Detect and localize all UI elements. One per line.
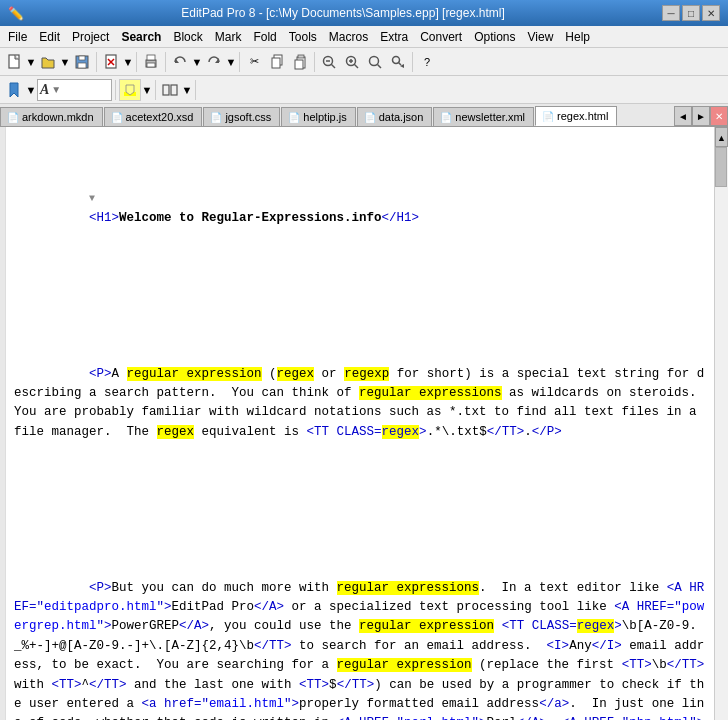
undo-btn[interactable] xyxy=(169,51,191,73)
code-line-3: <P>But you can do much more with regular… xyxy=(14,559,706,720)
tab-icon: 📄 xyxy=(111,112,123,123)
svg-line-25 xyxy=(378,64,382,68)
undo-dd-btn[interactable]: ▼ xyxy=(192,51,202,73)
svg-rect-13 xyxy=(272,58,280,68)
svg-rect-8 xyxy=(147,55,155,60)
color-btn[interactable]: ▼ xyxy=(142,79,152,101)
menu-macros[interactable]: Macros xyxy=(323,28,374,46)
code-line-2: <P>A regular expression (regex or regexp… xyxy=(14,345,706,461)
close-dd-btn[interactable]: ▼ xyxy=(123,51,133,73)
svg-rect-31 xyxy=(171,85,177,95)
menu-block[interactable]: Block xyxy=(167,28,208,46)
redo-btn[interactable] xyxy=(203,51,225,73)
tab-label: arkdown.mkdn xyxy=(22,111,94,123)
code-line-1: ▼ <H1>Welcome to Regular-Expressions.inf… xyxy=(14,170,706,248)
tab-label: helptip.js xyxy=(303,111,346,123)
tab-icon: 📄 xyxy=(364,112,376,123)
svg-rect-2 xyxy=(79,56,85,60)
svg-rect-9 xyxy=(147,63,155,67)
zoom-in-btn[interactable] xyxy=(341,51,363,73)
tab-label: regex.html xyxy=(557,110,608,122)
menu-view[interactable]: View xyxy=(522,28,560,46)
zoom-out-btn[interactable] xyxy=(318,51,340,73)
editor-wrapper: ▼ <H1>Welcome to Regular-Expressions.inf… xyxy=(0,127,728,720)
toolbar-1: ▼ ▼ ▼ ▼ ▼ ✂ ? xyxy=(0,48,728,76)
tab-helptip[interactable]: 📄 helptip.js xyxy=(281,107,355,126)
svg-line-21 xyxy=(354,64,358,68)
save-btn[interactable] xyxy=(71,51,93,73)
highlight-btn[interactable] xyxy=(119,79,141,101)
tab-label: newsletter.xml xyxy=(455,111,525,123)
cut-btn[interactable]: ✂ xyxy=(243,51,265,73)
paste-btn[interactable] xyxy=(289,51,311,73)
menu-help[interactable]: Help xyxy=(559,28,596,46)
tab-newsletter[interactable]: 📄 newsletter.xml xyxy=(433,107,534,126)
copy-btn[interactable] xyxy=(266,51,288,73)
tab-acetext[interactable]: 📄 acetext20.xsd xyxy=(104,107,203,126)
title-bar: ✏️ EditPad Pro 8 - [c:\My Documents\Samp… xyxy=(0,0,728,26)
code-line-blank1 xyxy=(14,287,706,306)
print-btn[interactable] xyxy=(140,51,162,73)
bookmarks-dd-btn[interactable]: ▼ xyxy=(26,79,36,101)
editor-scrollbar[interactable]: ▲ ▼ xyxy=(714,127,728,720)
redo-dd-btn[interactable]: ▼ xyxy=(226,51,236,73)
tab-bar: 📄 arkdown.mkdn 📄 acetext20.xsd 📄 jgsoft.… xyxy=(0,104,728,127)
menu-project[interactable]: Project xyxy=(66,28,115,46)
maximize-button[interactable]: □ xyxy=(682,5,700,21)
svg-point-24 xyxy=(370,56,379,65)
tab-icon: 📄 xyxy=(288,112,300,123)
tab-label: jgsoft.css xyxy=(225,111,271,123)
tab-icon: 📄 xyxy=(440,112,452,123)
tab-icon: 📄 xyxy=(7,112,19,123)
help-btn[interactable]: ? xyxy=(416,51,438,73)
tab-icon: 📄 xyxy=(210,112,222,123)
svg-rect-16 xyxy=(295,60,303,69)
new-dd-btn[interactable]: ▼ xyxy=(26,51,36,73)
menu-mark[interactable]: Mark xyxy=(209,28,248,46)
menu-options[interactable]: Options xyxy=(468,28,521,46)
tab-nav: ◄ ► ✕ xyxy=(674,106,728,126)
svg-line-27 xyxy=(399,62,402,65)
menu-fold[interactable]: Fold xyxy=(247,28,282,46)
collapse-arrow-1[interactable]: ▼ xyxy=(89,193,95,204)
toggle-view-dd-btn[interactable]: ▼ xyxy=(182,79,192,101)
tab-regex[interactable]: 📄 regex.html xyxy=(535,106,617,126)
menu-extra[interactable]: Extra xyxy=(374,28,414,46)
toggle-view-btn[interactable] xyxy=(159,79,181,101)
open-btn[interactable] xyxy=(37,51,59,73)
search-btn[interactable] xyxy=(364,51,386,73)
tab-data[interactable]: 📄 data.json xyxy=(357,107,433,126)
menu-bar: File Edit Project Search Block Mark Fold… xyxy=(0,26,728,48)
font-dropdown[interactable]: A ▼ xyxy=(37,79,112,101)
svg-rect-15 xyxy=(298,55,304,58)
title-bar-icon: ✏️ xyxy=(8,6,24,21)
tab-label: acetext20.xsd xyxy=(126,111,194,123)
title-bar-controls: ─ □ ✕ xyxy=(662,5,720,21)
menu-file[interactable]: File xyxy=(2,28,33,46)
title-bar-title: EditPad Pro 8 - [c:\My Documents\Samples… xyxy=(24,6,662,20)
tab-arkdown[interactable]: 📄 arkdown.mkdn xyxy=(0,107,103,126)
tab-close-btn[interactable]: ✕ xyxy=(710,106,728,126)
tab-label: data.json xyxy=(379,111,424,123)
search-replace-btn[interactable] xyxy=(387,51,409,73)
tab-prev-btn[interactable]: ◄ xyxy=(674,106,692,126)
menu-search[interactable]: Search xyxy=(115,28,167,46)
close-button[interactable]: ✕ xyxy=(702,5,720,21)
tab-next-btn[interactable]: ► xyxy=(692,106,710,126)
menu-convert[interactable]: Convert xyxy=(414,28,468,46)
editor-content[interactable]: ▼ <H1>Welcome to Regular-Expressions.inf… xyxy=(6,127,714,720)
close-file-btn[interactable] xyxy=(100,51,122,73)
svg-line-18 xyxy=(331,64,335,68)
menu-edit[interactable]: Edit xyxy=(33,28,66,46)
svg-rect-3 xyxy=(78,63,86,68)
menu-tools[interactable]: Tools xyxy=(283,28,323,46)
tab-jgsoft[interactable]: 📄 jgsoft.css xyxy=(203,107,280,126)
svg-rect-30 xyxy=(163,85,169,95)
bookmarks-btn[interactable] xyxy=(3,79,25,101)
open-dd-btn[interactable]: ▼ xyxy=(60,51,70,73)
svg-rect-0 xyxy=(9,55,19,68)
new-btn[interactable] xyxy=(3,51,25,73)
editor-scroll-area[interactable]: ▼ <H1>Welcome to Regular-Expressions.inf… xyxy=(0,127,728,720)
minimize-button[interactable]: ─ xyxy=(662,5,680,21)
code-line-blank2 xyxy=(14,501,706,520)
